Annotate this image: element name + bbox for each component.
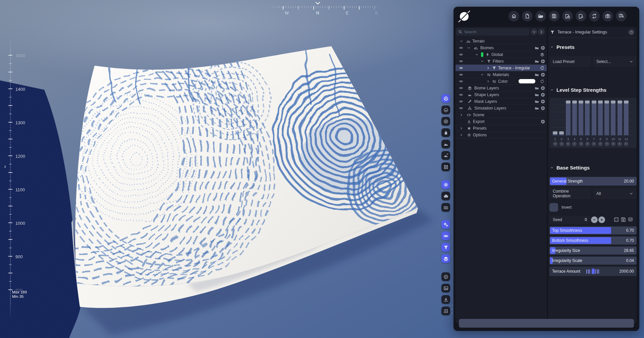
add-icon[interactable] [541, 59, 545, 63]
level-bar-eye-toggle[interactable] [618, 142, 622, 146]
chevron-down-icon[interactable] [475, 53, 479, 56]
panel-drag-handle[interactable] [451, 305, 452, 314]
new-file-button[interactable] [522, 11, 533, 21]
tree-item-filters[interactable]: Filters [455, 58, 547, 65]
presets-section-header[interactable]: Presets [550, 44, 575, 50]
help-button[interactable] [616, 11, 627, 21]
grid-button[interactable] [441, 162, 450, 171]
tree-item-shape-layers[interactable]: Shape Layers [455, 91, 547, 98]
water-button[interactable] [441, 128, 450, 137]
level-bar-eye-toggle[interactable] [585, 142, 590, 146]
irregularity-size-slider[interactable]: Irregularity Size 28.65 [549, 247, 637, 255]
color-swatch[interactable] [519, 79, 535, 83]
terrain-generate-button[interactable] [441, 151, 450, 160]
eye-icon[interactable] [459, 106, 463, 110]
chevron-down-icon[interactable] [480, 59, 484, 63]
tree-item-biome-layers[interactable]: Biome Layers [455, 85, 547, 91]
compass[interactable]: W N E S [268, 1, 382, 16]
save-edit-button[interactable] [576, 11, 586, 21]
level-bar[interactable] [592, 100, 596, 135]
eye-icon[interactable] [459, 52, 463, 57]
eye-icon[interactable] [459, 86, 463, 90]
save-button[interactable] [549, 11, 559, 21]
level-bar-eye-toggle[interactable] [604, 142, 609, 146]
tree-item-global[interactable]: Global [455, 51, 547, 58]
layers-button[interactable] [441, 254, 450, 263]
eye-icon[interactable] [459, 72, 463, 77]
refresh-icon[interactable] [540, 79, 544, 83]
filters-button[interactable] [441, 243, 450, 252]
level-bar[interactable] [566, 100, 571, 135]
tree-item-biomes[interactable]: Biomes [455, 45, 547, 51]
add-icon[interactable] [541, 86, 545, 90]
tree-item-materials[interactable]: Materials [455, 71, 547, 78]
chevron-right-icon[interactable] [460, 126, 463, 130]
eye-icon[interactable] [459, 92, 463, 97]
add-icon[interactable] [541, 72, 545, 77]
folder-icon[interactable] [535, 46, 539, 50]
tree-item-terrace-irregular[interactable]: Terrace - Irregular [455, 65, 547, 71]
terrace-amount-scrubber[interactable] [586, 269, 600, 274]
search-collapse-button[interactable] [531, 28, 537, 35]
level-bar-eye-toggle[interactable] [598, 142, 603, 146]
level-bar[interactable] [604, 100, 609, 135]
capture-image-button[interactable] [441, 284, 450, 292]
invert-checkbox[interactable] [549, 203, 558, 212]
add-icon[interactable] [541, 106, 545, 110]
folder-icon[interactable] [535, 59, 539, 63]
chevron-right-icon[interactable] [460, 133, 463, 137]
visibility-button[interactable] [441, 231, 450, 240]
orb-terrain-button[interactable] [441, 106, 450, 114]
terrain-shape-button[interactable] [441, 140, 450, 148]
level-bar[interactable] [611, 100, 615, 135]
combine-operation-select[interactable]: All [593, 188, 637, 199]
level-bar-eye-toggle[interactable] [559, 142, 564, 146]
tree-item-export[interactable]: Export [455, 118, 547, 125]
add-icon[interactable] [541, 119, 545, 124]
seed-decrement-button[interactable] [591, 216, 598, 223]
tree-item-scene[interactable]: Scene [455, 112, 547, 118]
level-bar-eye-toggle[interactable] [624, 142, 629, 146]
import-button[interactable] [441, 295, 450, 304]
settings-power-button[interactable] [628, 29, 635, 36]
irregularity-scale-slider[interactable]: Irregularity Scale 0.04 [549, 257, 637, 265]
screenshot-button[interactable] [602, 11, 613, 21]
eye-icon[interactable] [459, 79, 463, 83]
level-bar-eye-toggle[interactable] [553, 142, 557, 146]
level-bar[interactable] [572, 100, 577, 135]
folder-icon[interactable] [535, 92, 539, 97]
weather-button[interactable] [441, 192, 450, 200]
folder-icon[interactable] [535, 72, 539, 77]
chevron-right-icon[interactable] [486, 79, 490, 83]
seed-save-button[interactable] [621, 217, 626, 222]
level-bar[interactable] [553, 131, 557, 135]
seed-randomize-button[interactable] [613, 217, 619, 222]
level-bar-eye-toggle[interactable] [592, 142, 596, 146]
sync-button[interactable] [589, 11, 600, 21]
ocean-button[interactable] [441, 203, 450, 212]
save-as-button[interactable] [562, 11, 573, 21]
chevron-down-icon[interactable] [460, 39, 463, 43]
record-button[interactable] [441, 272, 450, 281]
add-icon[interactable] [541, 92, 545, 97]
load-preset-select[interactable]: Select... [593, 56, 637, 67]
tree-item-simulation-layers[interactable]: Simulation Layers [455, 105, 547, 112]
level-bar[interactable] [624, 100, 629, 135]
folder-icon[interactable] [535, 86, 539, 90]
automation-button[interactable] [441, 220, 450, 229]
seed-field[interactable]: Seed 0 [549, 216, 590, 224]
tree-item-options[interactable]: Options [455, 132, 547, 138]
top-smoothness-slider[interactable]: Top Smoothness 0.70 [549, 226, 637, 234]
search-next-button[interactable] [538, 28, 545, 35]
tree-item-presets[interactable]: Presets [455, 125, 547, 132]
tree-item-mask-layers[interactable]: Mask Layers [455, 98, 547, 105]
level-bar-eye-toggle[interactable] [566, 142, 571, 146]
eye-icon[interactable] [459, 66, 463, 70]
layers-icon[interactable] [540, 52, 544, 57]
level-steps-section-header[interactable]: Level Step Strengths [550, 87, 606, 93]
base-settings-section-header[interactable]: Base Settings [550, 165, 590, 171]
left-panel-expander[interactable]: › [2, 162, 8, 171]
level-bar[interactable] [579, 100, 583, 135]
tree-item-terrain[interactable]: Terrain [455, 38, 547, 45]
tree-item-color[interactable]: Color [455, 78, 547, 85]
